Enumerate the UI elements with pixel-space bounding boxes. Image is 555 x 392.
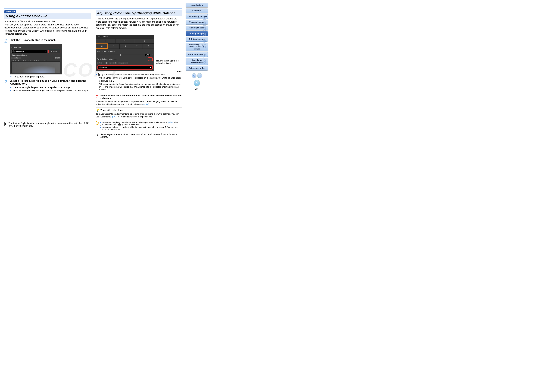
prev-page-button[interactable] [192,73,196,78]
camera-icon [118,124,121,126]
gamma-curve [11,62,60,73]
step-number: 1 [4,39,8,43]
pager [186,73,208,78]
tab-icon[interactable]: ⌖ [108,43,119,49]
step-2-extra: ● To apply a different Picture Style fil… [10,89,91,92]
step-1-result: ➔ The [Open] dialog box appears. [10,75,91,78]
gamma-label: Gamma adjustment [11,54,60,56]
step-2-title: Select a Picture Style file saved on you… [9,79,91,85]
callout-revert: Reverts the image to the original settin… [155,59,183,64]
right-column: Adjusting Color Tone by Changing White B… [96,3,183,138]
note-icon [96,133,99,137]
return-button[interactable]: ⟲ [194,80,200,86]
brightness-slider-row: 0.00 ▲▼ [96,53,154,57]
info-bullet: When a mode in the Creative Zone is sele… [99,77,183,82]
tab-icon[interactable]: ⊥ [135,39,154,43]
tool-palette-with-callouts: ⠿ Tool palette ▮▯ ✂ ⊥ ▣ ⌖ ◪ ⊛ ✿ Brightne… [96,33,183,73]
wb-select-dropdown[interactable]: (Auto) ▾ [97,65,153,70]
page-number: 43 [186,88,208,91]
tool-palette-screenshot: ⠿ Tool palette ▮▯ ✂ ⊥ ▣ ⌖ ◪ ⊛ ✿ Brightne… [96,35,154,71]
info-bullet: When a mode in the Basic Zone is selecte… [99,83,183,91]
question-icon: ? [96,94,98,99]
hint-body: To make further fine adjustments to colo… [96,113,183,118]
step-2: 2 Select a Picture Style file saved on y… [4,79,91,85]
tab-icon[interactable]: ✂ [115,39,135,43]
eyedropper-icon[interactable]: ✎ [97,62,102,64]
sub-tabs: ▣ ⌖ ◪ ⊛ ✿ [96,43,154,49]
hint-block: 💡 Tune with color tone [96,107,183,112]
step-1-title: Click the [Browse] button in the panel. [9,39,56,43]
tool-palette-title: ⠿ Tool palette [96,35,154,39]
nav-sorting[interactable]: 3Sorting Images [186,26,208,30]
dropdown-value: (Standard) [15,50,24,52]
question-block: ? The color tone does not become more na… [96,93,183,100]
wb-label: White balance adjustment [97,58,117,60]
arrow-icon: ➔ [10,75,12,78]
brightness-slider[interactable] [97,55,144,55]
step-number: 2 [4,79,8,85]
right-heading: Adjusting Color Tone by Changing White B… [96,10,183,16]
nav-remote[interactable]: 7Remote Shooting [186,52,208,57]
left-column: Advanced Using a Picture Style File A Pi… [4,3,91,138]
bullet-icon: ● [10,89,11,92]
callout-select: Select [155,70,183,73]
tab-icon[interactable]: ▣ [96,43,108,49]
left-heading: Using a Picture Style File [4,14,91,19]
sidebar-nav: Introduction Contents 1Downloading Image… [185,0,209,140]
wb-reset-button[interactable]: ⤺ [148,57,153,61]
auto-button[interactable]: Auto [11,57,21,59]
linear-checkbox-label: Linear [55,57,60,59]
bulb-icon: 💡 [96,108,99,112]
reset-icon: ⤺ [58,46,60,49]
right-footnote: Refer to your camera's Instruction Manua… [96,132,183,138]
page-link-44[interactable]: (p.44) [144,103,149,106]
reset-icon: ⤺ [151,50,153,53]
rule [96,31,183,31]
note-icon [4,122,7,126]
arrow-icon: ➔ [10,86,12,89]
step-1: 1 Click the [Browse] button in the panel… [4,39,91,43]
nav-viewing[interactable]: 2Viewing Images [186,20,208,24]
main-tabs: ▮▯ ✂ ⊥ [96,39,154,43]
tab-icon[interactable]: ◪ [119,43,131,49]
page-link-47[interactable]: (p.47) [111,115,117,118]
browse-button[interactable]: Browse... [48,50,60,53]
warning-block: ! ● You cannot register the adjustment r… [96,120,183,131]
camera-icon [98,74,100,76]
wb-preset-1[interactable]: 1 [105,62,109,64]
brightness-label: Brightness adjustment [97,50,115,52]
left-intro: A Picture Style file is a Picture Style … [4,20,91,36]
warning-icon: ! [96,121,99,125]
hint-title: Tune with color tone [101,109,123,111]
nav-editing[interactable]: 4Editing Images [186,31,208,36]
tab-icon[interactable]: ⊛ [131,43,143,49]
gear-icon[interactable]: ✿ [143,43,154,49]
left-footnote: The Picture Style files that you can app… [4,121,91,127]
nav-reference[interactable]: Reference/ Index [186,66,208,71]
brightness-value: 0.00 [145,54,150,56]
wb-preset-2[interactable]: 2 [109,62,113,64]
picture-style-panel-screenshot: Picture Style ⤺ (Standard) ▾ Browse... G… [10,44,62,74]
register-button[interactable]: Register... [118,62,128,64]
advanced-badge: Advanced [4,10,16,13]
step-2-result: ➔ The Picture Style file you selected is… [10,86,91,89]
right-intro: If the color tone of the photographed im… [96,17,183,29]
picture-style-label: Picture Style [11,46,21,48]
nav-preferences[interactable]: 8Specifying Preferences [186,58,208,65]
nav-printing[interactable]: 5Printing Images [186,37,208,42]
question-body: If the color tone of the image does not … [96,100,183,106]
wb-info-block: ● ( ) is the white balance set on the ca… [96,73,183,91]
rule [4,37,91,37]
tab-icon[interactable]: ▮▯ [96,39,115,43]
question-title: The color tone does not become more natu… [100,94,183,100]
nav-introduction[interactable]: Introduction [186,3,208,7]
nav-contents[interactable]: Contents [186,8,208,13]
picture-style-dropdown[interactable]: (Standard) ▾ [11,50,47,53]
wb-preset-3[interactable]: 3 [113,62,117,64]
page-link-98[interactable]: (p.98) [168,121,173,123]
camera-icon [13,51,15,52]
nav-processing[interactable]: 6Processing Large Numbers of RAW Images [186,43,208,51]
gamma-scale: -10.0 -8.0 -6.0 -4.0 -2.0 0.0 2.0 4.0 [11,60,60,62]
next-page-button[interactable] [197,73,202,78]
nav-downloading[interactable]: 1Downloading Images [186,14,208,19]
